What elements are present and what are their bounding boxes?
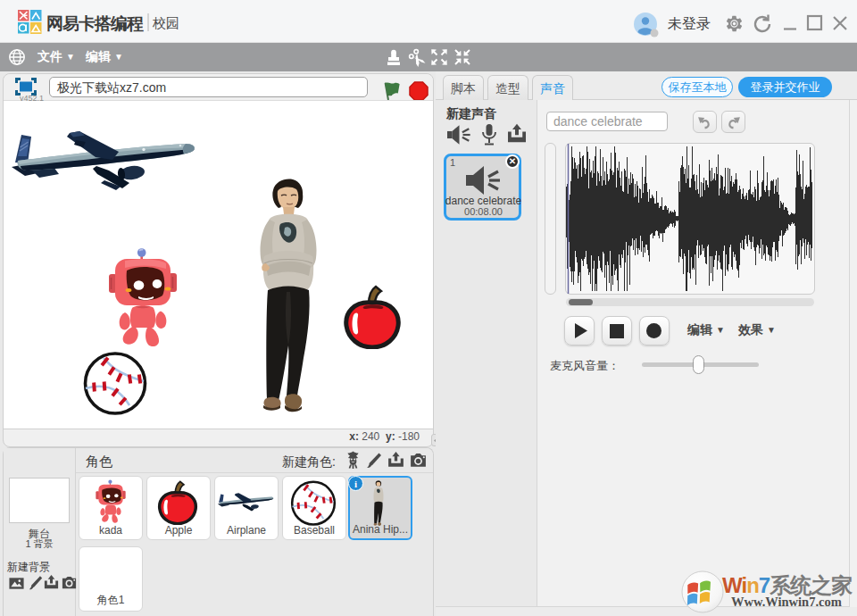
svg-text:i: i	[354, 479, 357, 489]
